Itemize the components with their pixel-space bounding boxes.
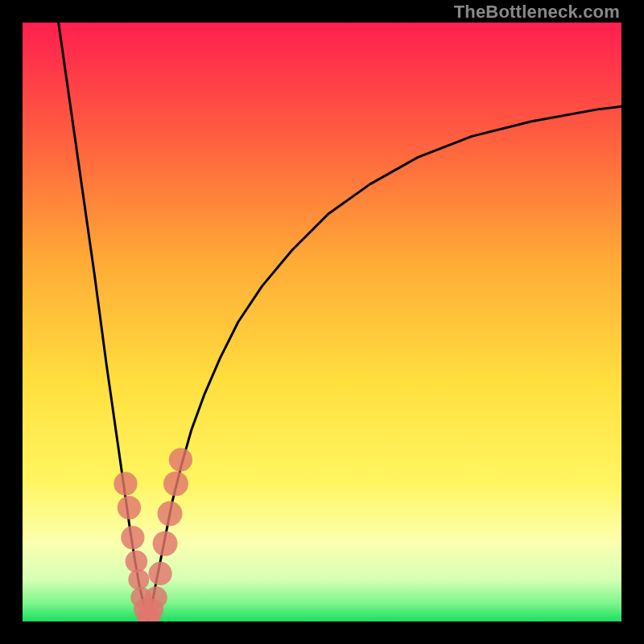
watermark-text: TheBottleneck.com [454, 2, 620, 23]
curve-right-branch [148, 106, 621, 621]
data-point [121, 526, 144, 549]
data-point [169, 448, 192, 471]
data-point [145, 586, 167, 609]
data-point [153, 531, 178, 556]
data-point-markers [114, 448, 192, 621]
data-point [128, 569, 149, 590]
plot-area [23, 23, 621, 621]
curve-layer [23, 23, 621, 621]
data-point [163, 471, 188, 496]
data-point [148, 562, 171, 585]
data-point [114, 472, 137, 495]
data-point [158, 502, 183, 526]
data-point [118, 496, 141, 519]
chart-container: TheBottleneck.com [0, 0, 644, 644]
